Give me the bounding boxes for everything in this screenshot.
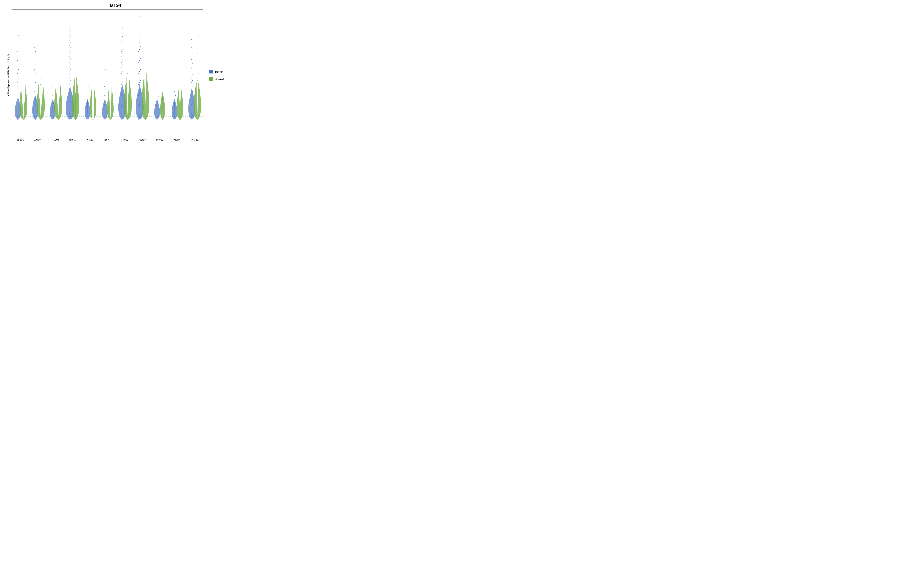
svg-rect-38 — [35, 56, 36, 56]
svg-rect-65 — [71, 91, 71, 92]
x-label-ucec: UCEC — [186, 139, 203, 141]
svg-rect-109 — [105, 89, 106, 89]
svg-rect-55 — [69, 113, 70, 113]
svg-rect-239 — [192, 44, 193, 44]
svg-rect-92 — [70, 32, 71, 32]
svg-rect-71 — [69, 78, 70, 78]
svg-rect-158 — [139, 113, 139, 113]
svg-rect-97 — [75, 47, 75, 47]
luad-normal-violin — [124, 77, 132, 120]
svg-rect-181 — [138, 62, 139, 63]
svg-rect-212 — [191, 119, 191, 120]
hnsc-normal-dots — [75, 18, 77, 79]
svg-rect-136 — [122, 71, 123, 72]
svg-rect-116 — [123, 115, 123, 116]
svg-rect-95 — [75, 77, 76, 77]
svg-rect-46 — [52, 95, 52, 96]
svg-rect-30 — [34, 91, 35, 92]
svg-rect-39 — [35, 52, 36, 52]
svg-rect-23 — [18, 64, 18, 65]
blca-tumor-dots — [17, 35, 19, 87]
svg-rect-179 — [139, 67, 139, 67]
luad-normal-dots — [128, 44, 129, 74]
svg-rect-219 — [191, 104, 192, 105]
kirc-normal-violin — [107, 84, 114, 120]
svg-rect-224 — [191, 93, 192, 93]
svg-rect-40 — [34, 47, 35, 47]
prad-normal-violin — [160, 92, 165, 120]
svg-rect-178 — [140, 69, 141, 69]
chart-container: BTG4 mRNA Expression (RNASeq V2, log2) — [5, 3, 226, 141]
svg-rect-79 — [70, 60, 70, 61]
svg-rect-106 — [104, 104, 105, 105]
svg-rect-47 — [53, 91, 53, 92]
svg-rect-140 — [121, 62, 122, 63]
svg-rect-191 — [139, 33, 140, 33]
svg-rect-208 — [174, 91, 174, 92]
svg-rect-139 — [122, 64, 123, 65]
svg-rect-205 — [174, 104, 174, 105]
svg-rect-27 — [18, 35, 18, 36]
svg-rect-131 — [122, 82, 123, 83]
svg-rect-162 — [139, 104, 140, 105]
svg-rect-166 — [138, 95, 139, 96]
svg-rect-53 — [70, 117, 70, 118]
svg-rect-161 — [138, 106, 139, 107]
legend-box-normal — [209, 77, 213, 81]
svg-rect-127 — [123, 91, 123, 92]
svg-rect-142 — [123, 58, 123, 58]
svg-rect-230 — [192, 80, 193, 81]
svg-rect-242 — [198, 74, 199, 74]
svg-rect-98 — [76, 18, 76, 19]
svg-rect-218 — [191, 106, 191, 107]
svg-rect-69 — [70, 82, 70, 83]
svg-rect-60 — [71, 102, 71, 103]
svg-rect-137 — [123, 69, 123, 69]
svg-rect-165 — [140, 98, 141, 98]
svg-rect-184 — [139, 56, 139, 56]
hnsc-normal-violin — [72, 77, 79, 120]
svg-rect-121 — [122, 104, 123, 105]
svg-rect-61 — [69, 100, 70, 100]
svg-rect-241 — [197, 80, 197, 81]
svg-rect-193 — [145, 68, 145, 68]
svg-rect-169 — [139, 89, 139, 89]
svg-rect-227 — [192, 87, 192, 87]
svg-rect-111 — [105, 69, 105, 69]
svg-rect-151 — [128, 74, 128, 74]
svg-rect-160 — [141, 108, 141, 109]
svg-rect-76 — [69, 67, 70, 67]
svg-rect-195 — [145, 44, 146, 44]
lusc-normal-violin — [142, 73, 149, 120]
svg-rect-159 — [140, 111, 141, 111]
svg-rect-220 — [192, 102, 193, 103]
svg-rect-173 — [140, 80, 141, 81]
svg-rect-18 — [17, 87, 18, 87]
x-label-kich: KICH — [81, 139, 99, 141]
svg-rect-190 — [140, 39, 141, 39]
svg-rect-214 — [192, 115, 193, 116]
legend-box-tumor — [209, 69, 213, 74]
svg-rect-70 — [71, 80, 71, 81]
svg-rect-202 — [157, 108, 157, 109]
svg-rect-119 — [123, 108, 124, 109]
svg-rect-129 — [122, 87, 123, 87]
svg-rect-83 — [69, 52, 69, 52]
svg-rect-74 — [70, 71, 70, 72]
legend-item-normal: Normal — [209, 77, 224, 81]
kich-normal-violin — [90, 89, 96, 120]
svg-rect-82 — [70, 54, 71, 54]
svg-rect-200 — [157, 101, 158, 102]
kirc-tumor-dots — [104, 69, 106, 105]
svg-rect-110 — [104, 86, 105, 87]
svg-rect-67 — [70, 87, 71, 87]
svg-rect-19 — [18, 82, 18, 83]
kirc-tumor-violin — [102, 99, 108, 120]
svg-rect-143 — [121, 56, 122, 56]
svg-rect-114 — [121, 119, 122, 120]
svg-rect-141 — [122, 60, 123, 61]
svg-rect-31 — [35, 87, 36, 87]
svg-rect-21 — [17, 74, 18, 74]
svg-rect-167 — [139, 93, 140, 93]
svg-rect-206 — [174, 100, 175, 100]
